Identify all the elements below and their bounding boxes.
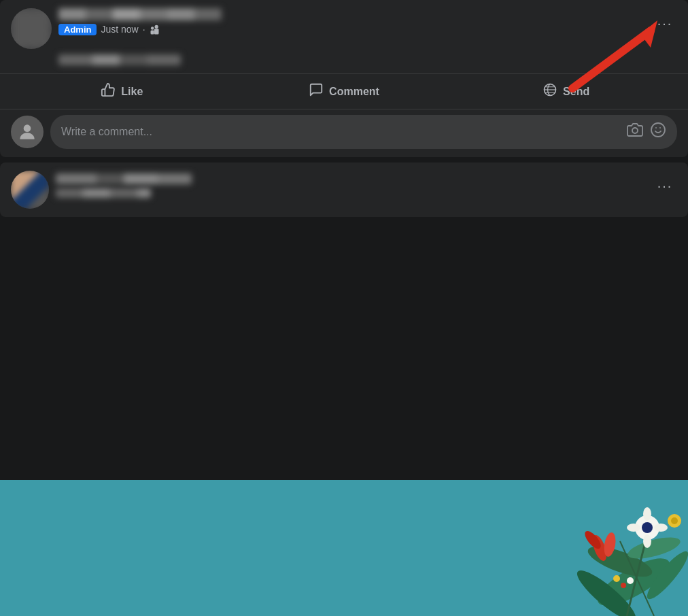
like-icon — [101, 82, 116, 101]
svg-point-17 — [635, 515, 659, 540]
commenter-avatar — [11, 116, 44, 148]
admin-badge: Admin — [58, 24, 97, 35]
page-wrapper: Admin Just now · — [0, 0, 688, 616]
svg-point-25 — [582, 528, 603, 551]
name-line-2a — [56, 173, 192, 184]
svg-point-13 — [572, 564, 641, 616]
svg-line-16 — [620, 541, 654, 616]
post-top: Admin Just now · — [0, 0, 688, 65]
svg-point-10 — [591, 550, 676, 615]
svg-point-26 — [668, 514, 681, 528]
post-card-1: Admin Just now · — [0, 0, 688, 157]
bottom-image-area — [0, 480, 688, 616]
post-2-author-name — [56, 173, 192, 198]
avatar-2-blur — [11, 171, 49, 209]
emoji-icon[interactable] — [650, 122, 666, 142]
svg-point-28 — [613, 575, 620, 582]
floral-decoration — [416, 480, 688, 616]
svg-point-20 — [643, 534, 651, 548]
svg-point-11 — [585, 541, 655, 583]
svg-point-19 — [643, 507, 651, 521]
post-header-left: Admin Just now · — [11, 8, 222, 49]
post-info-row: Admin Just now · — [58, 23, 222, 35]
svg-point-21 — [627, 524, 640, 532]
comment-input-wrapper[interactable]: Write a comment... — [50, 115, 677, 149]
user-silhouette-icon — [16, 121, 38, 143]
svg-rect-2 — [154, 29, 158, 34]
comment-input-icons — [627, 122, 666, 142]
post-subtitle-blurred — [58, 54, 181, 65]
svg-point-29 — [621, 583, 626, 588]
svg-point-6 — [632, 128, 638, 133]
comment-icon — [309, 82, 324, 101]
comment-placeholder: Write a comment... — [61, 126, 619, 138]
camera-icon[interactable] — [627, 122, 643, 142]
svg-point-30 — [627, 577, 634, 584]
avatar — [11, 8, 52, 49]
post-author-name — [58, 8, 222, 20]
svg-rect-0 — [150, 31, 154, 35]
post-timestamp: Just now — [101, 24, 138, 35]
audience-icon — [150, 23, 162, 35]
avatar-blur-overlay — [11, 8, 52, 49]
svg-point-3 — [154, 25, 158, 29]
post-header: Admin Just now · — [11, 8, 677, 49]
svg-point-27 — [671, 517, 678, 524]
svg-point-18 — [642, 522, 653, 533]
svg-point-23 — [590, 533, 610, 562]
like-button[interactable]: Like — [11, 77, 233, 106]
send-icon — [543, 82, 557, 101]
svg-point-24 — [602, 532, 617, 558]
comment-area: Write a comment... — [0, 109, 688, 157]
like-label: Like — [121, 86, 143, 98]
post-separator: · — [143, 24, 145, 35]
post-header-2-left — [11, 171, 192, 209]
more-options-button[interactable]: ··· — [653, 11, 677, 35]
author-name-blurred — [58, 8, 222, 20]
send-button[interactable]: Send — [455, 77, 677, 106]
more-options-button-2[interactable]: ··· — [653, 173, 677, 198]
post-actions: Like Comment — [0, 74, 688, 109]
send-label: Send — [563, 86, 589, 98]
svg-line-15 — [627, 534, 647, 616]
svg-point-22 — [654, 524, 668, 532]
comment-label: Comment — [329, 86, 379, 98]
comment-button[interactable]: Comment — [233, 77, 455, 106]
avatar-2 — [11, 171, 49, 209]
svg-point-5 — [24, 124, 31, 132]
name-line-2b — [56, 188, 151, 198]
svg-point-1 — [150, 27, 154, 30]
svg-point-12 — [625, 533, 682, 563]
post-card-2: ··· — [0, 162, 688, 217]
post-header-2: ··· — [11, 171, 677, 209]
post-meta: Admin Just now · — [58, 8, 222, 35]
svg-point-14 — [642, 547, 688, 603]
svg-point-7 — [651, 123, 665, 137]
